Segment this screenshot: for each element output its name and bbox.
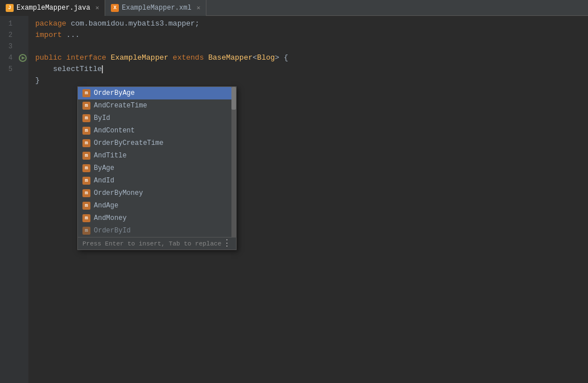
ac-item-1[interactable]: m AndCreateTime — [78, 99, 236, 112]
gutter-line-4 — [17, 52, 28, 64]
ac-icon-0: m — [82, 89, 90, 97]
autocomplete-dropdown[interactable]: m OrderByAge m AndCreateTime m ById m An… — [77, 86, 237, 250]
ac-icon-10: m — [82, 214, 90, 222]
ac-label-5: AndTitle — [94, 150, 127, 161]
cursor — [102, 65, 103, 73]
gutter-line-6 — [17, 75, 28, 86]
code-line-5: selectTitle — [35, 64, 588, 75]
autocomplete-more-icon[interactable]: ⋮ — [222, 238, 231, 249]
line-num-3: 3 — [0, 41, 13, 52]
type-param-close: > { — [275, 52, 288, 64]
autocomplete-hint: Press Enter to insert, Tab to replace — [82, 238, 221, 249]
kw-import: import — [35, 30, 67, 41]
ac-icon-1: m — [82, 102, 90, 110]
line-numbers: 1 2 3 4 5 — [0, 16, 17, 383]
ac-icon-9: m — [82, 202, 90, 210]
ac-label-2: ById — [94, 113, 110, 124]
kw-package: package — [35, 18, 71, 30]
gutter-line-3 — [17, 41, 28, 52]
gutter-line-2 — [17, 30, 28, 41]
ac-item-7[interactable]: m AndId — [78, 174, 236, 187]
run-icon[interactable] — [19, 54, 27, 62]
ac-item-4[interactable]: m OrderByCreateTime — [78, 137, 236, 149]
kw-public: public — [35, 52, 67, 64]
editor: 1 2 3 4 5 package com.baomidou.mybatis3.… — [0, 16, 588, 383]
ac-icon-8: m — [82, 189, 90, 197]
tab-java-close[interactable]: ✕ — [96, 4, 100, 11]
ac-item-10[interactable]: m AndMoney — [78, 212, 236, 224]
ac-icon-11: m — [82, 227, 90, 235]
ac-label-0: OrderByAge — [94, 88, 135, 99]
package-path: com.baomidou.mybatis3.mapper; — [71, 18, 199, 30]
ac-item-5[interactable]: m AndTitle — [78, 149, 236, 162]
tab-xml-label: ExampleMapper.xml — [122, 4, 191, 12]
import-ellipsis: ... — [67, 30, 80, 41]
gutter-line-1 — [17, 18, 28, 30]
java-file-icon: J — [6, 4, 14, 12]
code-editor[interactable]: package com.baomidou.mybatis3.mapper; im… — [28, 16, 588, 383]
code-line-6: } — [35, 75, 588, 86]
autocomplete-scrollbar[interactable] — [231, 87, 236, 237]
class-name: ExampleMapper — [111, 52, 173, 64]
tab-java-label: ExampleMapper.java — [16, 4, 90, 12]
autocomplete-footer: Press Enter to insert, Tab to replace ⋮ — [78, 237, 236, 249]
ac-label-10: AndMoney — [94, 213, 127, 224]
ac-item-6[interactable]: m ByAge — [78, 162, 236, 174]
ac-item-3[interactable]: m AndContent — [78, 124, 236, 137]
tab-xml-close[interactable]: ✕ — [197, 4, 201, 11]
gutter-line-5 — [17, 64, 28, 75]
ac-icon-6: m — [82, 164, 90, 172]
close-brace: } — [35, 75, 40, 86]
ac-label-6: ByAge — [94, 163, 114, 174]
type-param-value: Blog — [257, 52, 275, 64]
ac-icon-3: m — [82, 127, 90, 135]
line-num-5: 5 — [0, 64, 13, 75]
code-line-1: package com.baomidou.mybatis3.mapper; — [35, 18, 588, 30]
ac-item-8[interactable]: m OrderByMoney — [78, 187, 236, 199]
ac-item-2[interactable]: m ById — [78, 112, 236, 124]
type-param-open: < — [252, 52, 257, 64]
ac-label-7: AndId — [94, 175, 114, 186]
ac-item-0[interactable]: m OrderByAge — [78, 87, 236, 99]
ac-icon-4: m — [82, 139, 90, 147]
tab-xml[interactable]: X ExampleMapper.xml ✕ — [105, 0, 206, 16]
tab-java[interactable]: J ExampleMapper.java ✕ — [0, 0, 105, 16]
ac-label-3: AndContent — [94, 125, 135, 136]
code-line-2: import ... — [35, 30, 588, 41]
kw-extends: extends — [173, 52, 208, 64]
line-num-6 — [0, 75, 13, 86]
ac-label-11: OrderById — [94, 225, 131, 236]
tab-bar: J ExampleMapper.java ✕ X ExampleMapper.x… — [0, 0, 588, 16]
ac-icon-5: m — [82, 152, 90, 160]
code-line-3 — [35, 41, 588, 52]
ac-label-1: AndCreateTime — [94, 100, 147, 111]
ac-item-11[interactable]: m OrderById — [78, 224, 236, 237]
ac-icon-7: m — [82, 177, 90, 185]
base-class: BaseMapper — [208, 52, 252, 64]
xml-file-icon: X — [111, 4, 119, 12]
line-num-4: 4 — [0, 52, 13, 64]
ac-icon-2: m — [82, 114, 90, 122]
method-text: selectTitle — [53, 64, 102, 75]
ac-label-8: OrderByMoney — [94, 188, 143, 199]
line-num-1: 1 — [0, 18, 13, 30]
ac-label-4: OrderByCreateTime — [94, 138, 163, 149]
line-num-2: 2 — [0, 30, 13, 41]
ac-item-9[interactable]: m AndAge — [78, 199, 236, 212]
gutter — [17, 16, 28, 383]
kw-interface: interface — [67, 52, 111, 64]
indent-5 — [35, 64, 53, 75]
ac-label-9: AndAge — [94, 200, 118, 211]
autocomplete-scrollbar-thumb — [231, 87, 236, 110]
code-line-4: public interface ExampleMapper extends B… — [35, 52, 588, 64]
